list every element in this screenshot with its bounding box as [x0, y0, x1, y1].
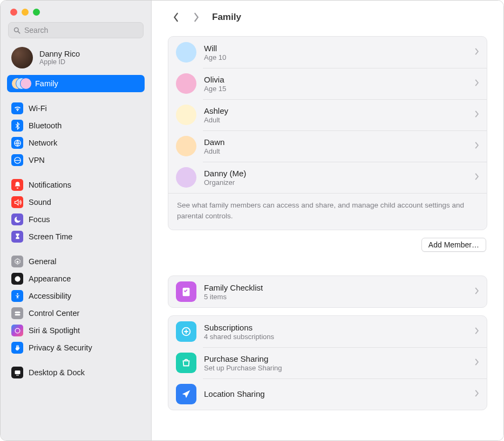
system-settings-window: Search Danny Rico Apple ID Family	[0, 0, 504, 441]
sidebar-group-notifications: Notifications Sound Focus Screen Time	[7, 176, 145, 245]
speaker-icon	[11, 196, 23, 208]
chevron-right-icon	[193, 12, 200, 22]
main-pane: Family Will Age 10 Olivia Age 15	[152, 1, 503, 440]
row-text: Subscriptions 4 shared subscriptions	[204, 323, 475, 341]
row-text: Olivia Age 15	[204, 75, 475, 93]
subscriptions-icon	[176, 321, 196, 342]
row-text: Danny (Me) Organizer	[204, 169, 475, 187]
member-sub: Organizer	[204, 178, 475, 187]
wifi-icon	[11, 102, 23, 114]
family-member-row[interactable]: Will Age 10	[168, 37, 487, 68]
family-checklist-row[interactable]: Family Checklist 5 items	[168, 276, 487, 307]
moon-icon	[11, 213, 23, 225]
sidebar-item-focus[interactable]: Focus	[7, 211, 145, 228]
location-sharing-row[interactable]: Location Sharing	[168, 378, 487, 410]
sidebar-scroll[interactable]: Danny Rico Apple ID Family Wi-Fi Bluetoo…	[1, 44, 151, 440]
svg-rect-12	[183, 288, 190, 297]
purchase-sharing-row[interactable]: Purchase Sharing Set up Purchase Sharing	[168, 347, 487, 378]
siri-icon	[11, 325, 23, 336]
member-sub: Adult	[204, 116, 475, 124]
sidebar-item-general[interactable]: General	[7, 253, 145, 270]
sidebar-item-label: VPN	[29, 156, 45, 164]
sidebar-item-accessibility[interactable]: Accessibility	[7, 287, 145, 305]
sidebar-apple-id[interactable]: Danny Rico Apple ID	[7, 44, 145, 72]
svg-rect-10	[15, 370, 20, 374]
sidebar-item-notifications[interactable]: Notifications	[7, 176, 145, 194]
avatar	[176, 73, 196, 94]
svg-point-6	[17, 293, 18, 294]
close-window-button[interactable]	[10, 9, 17, 16]
sidebar-item-label: General	[29, 257, 57, 266]
control-center-icon	[11, 307, 23, 319]
svg-rect-11	[16, 375, 19, 375]
chevron-right-icon	[475, 47, 479, 57]
members-footer-text: See what family members can access and s…	[168, 193, 487, 230]
zoom-window-button[interactable]	[33, 9, 40, 16]
member-sub: Age 15	[204, 85, 475, 93]
sidebar-item-appearance[interactable]: Appearance	[7, 270, 145, 287]
svg-point-9	[15, 328, 20, 333]
sidebar-item-label: Family	[35, 79, 58, 88]
member-name: Dawn	[204, 137, 475, 147]
chevron-left-icon	[173, 12, 179, 22]
hand-icon	[11, 342, 23, 354]
sidebar-group-general: General Appearance Accessibility Control…	[7, 253, 145, 356]
sidebar-item-control-center[interactable]: Control Center	[7, 305, 145, 322]
svg-line-1	[18, 31, 20, 33]
sidebar-item-label: Accessibility	[29, 292, 71, 300]
subscriptions-row[interactable]: Subscriptions 4 shared subscriptions	[168, 316, 487, 347]
svg-point-4	[16, 260, 18, 263]
sidebar-item-label: Network	[29, 139, 57, 147]
member-name: Will	[204, 44, 475, 53]
sidebar-item-label: Sound	[29, 198, 51, 206]
add-member-button[interactable]: Add Member…	[421, 238, 486, 252]
search-placeholder: Search	[24, 26, 48, 35]
family-member-row[interactable]: Dawn Adult	[168, 130, 487, 162]
search-input[interactable]: Search	[8, 22, 144, 38]
svg-rect-7	[15, 311, 20, 313]
family-members-panel: Will Age 10 Olivia Age 15 As	[168, 36, 487, 230]
chevron-right-icon	[475, 110, 479, 120]
chevron-right-icon	[475, 141, 479, 151]
nav-back-button[interactable]	[168, 10, 184, 24]
search-icon	[13, 26, 21, 35]
row-title: Family Checklist	[204, 283, 475, 292]
family-member-row[interactable]: Ashley Adult	[168, 99, 487, 130]
sidebar-item-privacy-security[interactable]: Privacy & Security	[7, 339, 145, 356]
family-member-row[interactable]: Olivia Age 15	[168, 68, 487, 99]
sidebar-item-desktop-dock[interactable]: Desktop & Dock	[7, 364, 145, 381]
sidebar-item-bluetooth[interactable]: Bluetooth	[7, 117, 145, 134]
avatar	[176, 136, 196, 156]
row-text: Location Sharing	[204, 389, 475, 399]
content-scroll[interactable]: Will Age 10 Olivia Age 15 As	[152, 31, 503, 440]
chevron-right-icon	[475, 173, 479, 182]
family-features-panel: Subscriptions 4 shared subscriptions Pur…	[168, 315, 487, 410]
sidebar-item-siri-spotlight[interactable]: Siri & Spotlight	[7, 322, 145, 339]
nav-forward-button[interactable]	[188, 10, 205, 24]
page-title: Family	[212, 12, 241, 23]
family-member-row[interactable]: Danny (Me) Organizer	[168, 162, 487, 193]
sidebar-item-sound[interactable]: Sound	[7, 194, 145, 211]
chevron-right-icon	[475, 327, 479, 336]
family-avatars-icon	[11, 78, 30, 89]
account-text: Danny Rico Apple ID	[39, 50, 80, 66]
sidebar-item-label: Bluetooth	[29, 121, 62, 130]
chevron-right-icon	[475, 79, 479, 88]
bluetooth-icon	[11, 120, 23, 132]
header: Family	[152, 1, 503, 31]
row-text: Purchase Sharing Set up Purchase Sharing	[204, 354, 475, 372]
row-title: Purchase Sharing	[204, 354, 475, 363]
sidebar-item-vpn[interactable]: VPN	[7, 151, 145, 169]
svg-point-0	[15, 27, 19, 32]
sidebar-item-screen-time[interactable]: Screen Time	[7, 228, 145, 245]
sidebar-item-network[interactable]: Network	[7, 134, 145, 151]
location-sharing-icon	[176, 384, 196, 404]
sidebar-item-family[interactable]: Family	[7, 75, 145, 92]
sidebar-item-label: Siri & Spotlight	[29, 326, 80, 335]
sidebar-item-wifi[interactable]: Wi-Fi	[7, 100, 145, 117]
gear-icon	[11, 256, 23, 267]
sidebar-item-label: Notifications	[29, 181, 71, 189]
minimize-window-button[interactable]	[22, 9, 29, 16]
member-sub: Adult	[204, 147, 475, 155]
row-title: Subscriptions	[204, 323, 475, 332]
